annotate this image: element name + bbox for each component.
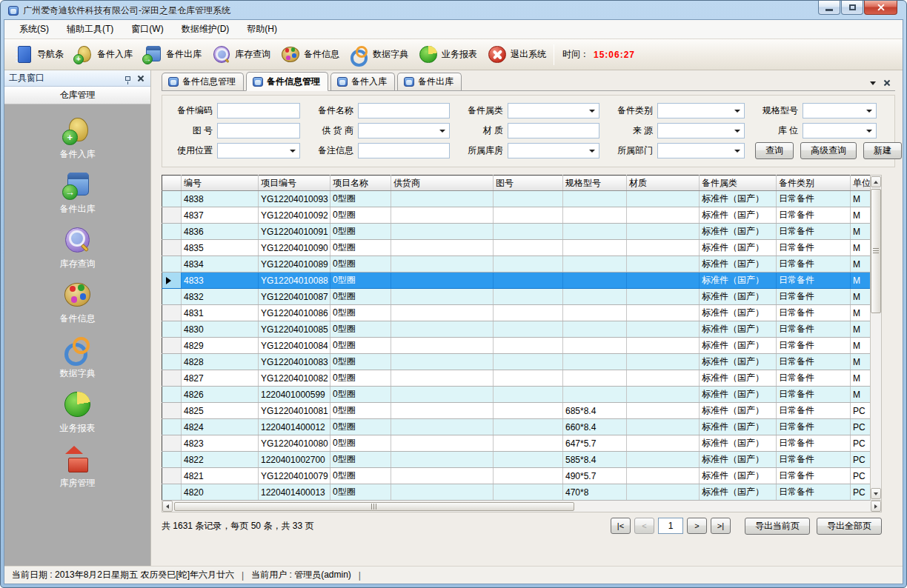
table-row[interactable]: 4824 1220401400012 0型圈 660*8.4 标准件（国产） 日… <box>162 419 871 435</box>
row-selector-cell[interactable] <box>162 403 182 419</box>
sidebar-shortcut[interactable]: 库存查询 <box>60 226 96 270</box>
scroll-down-button[interactable] <box>871 488 881 499</box>
table-row[interactable]: 4827 YG12204010082 0型圈 标准件（国产） 日常备件 <box>162 370 871 387</box>
table-row[interactable]: 4832 YG12204010087 0型圈 标准件（国产） 日常备件 <box>162 289 871 305</box>
horizontal-scroll-thumb[interactable] <box>174 502 574 511</box>
toolbar-button[interactable]: 业务报表 <box>413 42 482 67</box>
chevron-down-icon[interactable] <box>589 110 595 113</box>
search-field-input[interactable] <box>508 144 599 158</box>
column-header[interactable]: 供货商 <box>391 176 494 191</box>
column-header[interactable] <box>162 176 182 191</box>
search-field-control[interactable] <box>657 123 745 138</box>
column-header[interactable]: 规格型号 <box>563 176 627 191</box>
row-selector-cell[interactable] <box>162 370 182 387</box>
panel-close-button[interactable] <box>136 73 146 84</box>
row-selector-cell[interactable] <box>162 240 182 256</box>
search-field-input[interactable] <box>803 104 876 118</box>
vertical-scrollbar[interactable] <box>870 175 882 501</box>
chevron-down-icon[interactable] <box>866 110 872 113</box>
menu-item[interactable]: 窗口(W) <box>122 20 172 39</box>
row-selector-cell[interactable] <box>162 289 182 305</box>
sidebar-shortcut[interactable]: 业务报表 <box>60 390 96 435</box>
chevron-down-icon[interactable] <box>734 150 740 153</box>
table-row[interactable]: 4828 YG12204010083 0型圈 标准件（国产） 日常备件 <box>162 354 871 370</box>
row-selector-cell[interactable] <box>162 452 182 468</box>
next-page-button[interactable]: > <box>687 518 707 534</box>
scroll-up-button[interactable] <box>871 176 881 187</box>
row-selector-cell[interactable] <box>162 468 182 484</box>
last-page-button[interactable]: >| <box>711 518 731 534</box>
toolbar-button[interactable]: 备件出库 <box>138 42 207 67</box>
row-selector-cell[interactable] <box>162 305 182 321</box>
table-row[interactable]: 4829 YG12204010084 0型圈 标准件（国产） 日常备件 <box>162 338 871 354</box>
export-current-page-button[interactable]: 导出当前页 <box>745 518 810 535</box>
tab-list-dropdown-icon[interactable] <box>870 81 876 85</box>
search-field-control[interactable] <box>217 103 300 118</box>
menu-item[interactable]: 辅助工具(T) <box>58 20 122 39</box>
sidebar-shortcut[interactable]: 备件信息 <box>60 281 96 325</box>
table-row[interactable]: 4833 YG12204010088 0型圈 标准件（国产） 日常备件 <box>162 273 871 289</box>
search-field-control[interactable] <box>803 103 877 118</box>
toolbar-button[interactable]: 导航条 <box>9 42 69 67</box>
search-field-input[interactable] <box>658 104 744 118</box>
table-row[interactable]: 4826 1220401000599 0型圈 标准件（国产） 日常备件 <box>162 387 871 403</box>
chevron-down-icon[interactable] <box>290 150 296 153</box>
tab-close-icon[interactable] <box>883 79 891 87</box>
table-row[interactable]: 4820 1220401400013 0型圈 470*8 标准件（国产） 日常备… <box>162 484 871 501</box>
chevron-down-icon[interactable] <box>734 130 740 133</box>
table-row[interactable]: 4831 YG12204010086 0型圈 标准件（国产） 日常备件 <box>162 305 871 321</box>
table-row[interactable]: 4834 YG12204010089 0型圈 标准件（国产） 日常备件 <box>162 256 871 273</box>
document-tab[interactable]: 备件入库 <box>330 73 395 90</box>
table-row[interactable]: 4837 YG12204010092 0型圈 标准件（国产） 日常备件 <box>162 207 871 224</box>
table-row[interactable]: 4836 YG12204010091 0型圈 标准件（国产） 日常备件 <box>162 224 871 240</box>
search-field-input[interactable] <box>658 144 744 158</box>
row-selector-cell[interactable] <box>162 354 182 370</box>
export-all-pages-button[interactable]: 导出全部页 <box>817 518 882 535</box>
column-header[interactable]: 备件属类 <box>700 176 777 191</box>
search-field-control[interactable] <box>217 123 300 138</box>
menu-item[interactable]: 系统(S) <box>10 20 58 39</box>
row-selector-cell[interactable] <box>162 256 182 273</box>
row-selector-cell[interactable] <box>162 273 182 289</box>
search-field-input[interactable] <box>359 144 449 158</box>
column-header[interactable]: 图号 <box>494 176 563 191</box>
scroll-left-button[interactable] <box>162 501 173 512</box>
column-header[interactable]: 编号 <box>182 176 259 191</box>
row-selector-cell[interactable] <box>162 321 182 338</box>
search-field-control[interactable] <box>217 143 300 158</box>
search-field-control[interactable] <box>657 103 745 118</box>
scroll-right-button[interactable] <box>871 501 881 512</box>
search-field-control[interactable] <box>508 103 599 118</box>
search-field-input[interactable] <box>218 124 299 138</box>
search-field-control[interactable] <box>803 123 877 138</box>
warehouse-group-header[interactable]: 仓库管理 <box>4 87 150 104</box>
query-button[interactable]: 查询 <box>755 142 794 159</box>
column-header[interactable]: 材质 <box>627 176 700 191</box>
toolbar-button[interactable]: 备件入库 <box>69 42 138 67</box>
search-field-input[interactable] <box>658 124 744 138</box>
toolbar-button[interactable]: 退出系统 <box>482 42 551 67</box>
search-field-input[interactable] <box>218 104 299 118</box>
new-button[interactable]: 新建 <box>863 142 902 159</box>
sidebar-shortcut[interactable]: 备件出库 <box>60 171 96 216</box>
chevron-down-icon[interactable] <box>734 110 740 113</box>
search-field-input[interactable] <box>359 124 449 138</box>
chevron-down-icon[interactable] <box>439 130 445 133</box>
menu-item[interactable]: 帮助(H) <box>238 20 286 39</box>
first-page-button[interactable]: |< <box>611 518 631 534</box>
sidebar-shortcut[interactable]: 库房管理 <box>60 445 96 490</box>
page-number-input[interactable] <box>658 518 683 534</box>
search-field-input[interactable] <box>508 104 599 118</box>
search-field-input[interactable] <box>359 104 449 118</box>
toolbar-button[interactable]: 库存查询 <box>207 42 276 67</box>
row-selector-cell[interactable] <box>162 191 182 207</box>
advanced-query-button[interactable]: 高级查询 <box>800 142 857 159</box>
table-row[interactable]: 4821 YG12204010079 0型圈 490*5.7 标准件（国产） 日… <box>162 468 871 484</box>
title-bar[interactable]: 广州爱奇迪软件科技有限公司-深田之星仓库管理系统 <box>4 1 903 19</box>
search-field-control[interactable] <box>358 123 450 138</box>
column-header[interactable]: 单位 <box>851 176 871 191</box>
vertical-scroll-thumb[interactable] <box>871 189 881 313</box>
row-selector-cell[interactable] <box>162 419 182 435</box>
row-selector-cell[interactable] <box>162 435 182 452</box>
column-header[interactable]: 备件类别 <box>777 176 851 191</box>
